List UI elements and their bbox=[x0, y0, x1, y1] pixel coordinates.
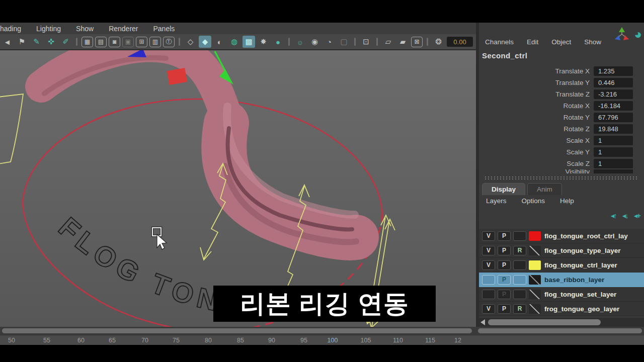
move-layer-up-icon[interactable]: ◂↑ bbox=[611, 211, 616, 220]
grid-icon[interactable]: ▦ bbox=[82, 37, 93, 47]
motion-blur-icon[interactable]: ◉ bbox=[308, 36, 321, 48]
channel-row[interactable]: Rotate X -16.184 bbox=[479, 100, 644, 112]
grease-pencil-icon[interactable]: ✎ bbox=[30, 36, 43, 48]
ambient-occlusion-icon[interactable]: ☼ bbox=[294, 36, 306, 48]
textured-icon[interactable]: ◍ bbox=[228, 36, 240, 48]
layer-color-swatch[interactable] bbox=[529, 260, 541, 270]
shadows-icon[interactable]: ● bbox=[272, 36, 284, 48]
visibility-toggle[interactable] bbox=[482, 275, 495, 285]
xray-joints-icon[interactable]: ▰ bbox=[396, 36, 409, 48]
layer-row[interactable]: V P flog_tongue_root_ctrl_lay bbox=[479, 229, 644, 243]
layer-name[interactable]: flog_tongue_ctrl_layer bbox=[544, 261, 617, 269]
tab-display[interactable]: Display bbox=[482, 183, 525, 195]
safe-action-icon[interactable]: ▥ bbox=[149, 37, 161, 47]
channel-label[interactable]: Translate X bbox=[479, 67, 594, 75]
range-slider-bar[interactable] bbox=[478, 328, 642, 333]
layer-name[interactable]: frog_tongue_geo_layer bbox=[544, 305, 619, 313]
selected-object-name[interactable]: Second_ctrl bbox=[482, 51, 527, 60]
channel-value-field[interactable]: 1.235 bbox=[594, 66, 633, 76]
wireframe-icon[interactable]: ◇ bbox=[184, 36, 197, 48]
layer-list-scrollbar[interactable] bbox=[479, 318, 644, 327]
menu-renderer[interactable]: Renderer bbox=[109, 25, 138, 33]
channel-label[interactable]: Scale Y bbox=[479, 148, 594, 156]
visibility-toggle[interactable]: V bbox=[482, 260, 495, 270]
range-slider-bar[interactable] bbox=[2, 328, 472, 333]
playback-toggle[interactable]: P bbox=[498, 260, 511, 270]
channel-row-clipped[interactable]: Visibility bbox=[479, 169, 644, 173]
layer-name[interactable]: flog_tongue_set_layer bbox=[544, 291, 616, 298]
layer-name[interactable]: base_ribbon_layer bbox=[544, 276, 604, 284]
visibility-toggle[interactable] bbox=[482, 290, 495, 299]
playback-toggle[interactable]: P bbox=[498, 246, 511, 255]
joint-snap-icon[interactable]: ✜ bbox=[45, 36, 57, 48]
layer-row-selected[interactable]: P base_ribbon_layer bbox=[479, 273, 644, 287]
camera-flap-icon[interactable]: ◄ bbox=[1, 36, 14, 48]
playback-toggle[interactable]: P bbox=[498, 231, 511, 241]
playback-toggle[interactable]: P bbox=[498, 275, 511, 285]
menu-layers[interactable]: Layers bbox=[486, 197, 507, 205]
menu-panels[interactable]: Panels bbox=[153, 25, 175, 33]
gizmo-icon[interactable] bbox=[613, 26, 631, 43]
lighting-icon[interactable]: ◐ bbox=[213, 36, 226, 48]
menu-channels[interactable]: Channels bbox=[485, 38, 514, 46]
channel-label[interactable]: Scale X bbox=[479, 137, 594, 144]
channel-value-field[interactable]: 1 bbox=[594, 136, 633, 145]
channel-value-field[interactable]: 0.446 bbox=[594, 78, 633, 87]
multisample-icon[interactable]: ◔ bbox=[323, 36, 336, 48]
safe-title-icon[interactable]: Ⓣ bbox=[163, 37, 175, 47]
layer-name[interactable]: flog_tongue_type_layer bbox=[544, 247, 621, 254]
channel-row[interactable]: Translate Z -3.216 bbox=[479, 88, 644, 100]
xray-icon[interactable]: ▱ bbox=[382, 36, 394, 48]
layer-color-swatch[interactable] bbox=[529, 246, 541, 255]
channel-row[interactable]: Translate Y 0.446 bbox=[479, 77, 644, 88]
exposure-icon[interactable]: ❂ bbox=[432, 36, 445, 48]
menu-lighting[interactable]: Lighting bbox=[36, 25, 61, 33]
channel-value-field[interactable]: -3.216 bbox=[594, 89, 633, 99]
channel-value-field[interactable]: 1 bbox=[594, 159, 633, 168]
display-type-toggle[interactable] bbox=[513, 275, 526, 285]
channel-label[interactable]: Rotate Z bbox=[479, 125, 594, 133]
channel-value-field[interactable]: 67.796 bbox=[594, 113, 633, 122]
menu-object[interactable]: Object bbox=[551, 38, 571, 46]
scrollbar-thumb[interactable] bbox=[488, 319, 601, 325]
smooth-shade-icon[interactable]: ◆ bbox=[199, 36, 211, 48]
radial-menu-icon[interactable]: ◕ bbox=[634, 28, 642, 41]
channel-label[interactable]: Translate Y bbox=[479, 79, 594, 86]
scroll-left-icon[interactable] bbox=[480, 319, 485, 325]
create-layer-icon[interactable]: ◂+ bbox=[634, 211, 640, 220]
menu-shading[interactable]: hading bbox=[0, 25, 21, 33]
resolution-gate-icon[interactable]: ◙ bbox=[109, 37, 120, 47]
visibility-toggle[interactable]: V bbox=[482, 304, 495, 314]
move-layer-down-icon[interactable]: ◂↓ bbox=[622, 211, 628, 220]
menu-edit[interactable]: Edit bbox=[527, 38, 538, 46]
film-gate-icon[interactable]: ▤ bbox=[95, 37, 107, 47]
depth-of-field-icon[interactable]: ▢ bbox=[338, 36, 350, 48]
channel-label[interactable]: Rotate X bbox=[479, 102, 594, 110]
menu-show[interactable]: Show bbox=[76, 25, 94, 33]
panel-resize-handle[interactable] bbox=[484, 176, 639, 180]
menu-show[interactable]: Show bbox=[584, 38, 601, 46]
channel-row[interactable]: Translate X 1.235 bbox=[479, 65, 644, 77]
default-lights-icon[interactable]: ✸ bbox=[257, 36, 270, 48]
layer-row[interactable]: V P flog_tongue_ctrl_layer bbox=[479, 258, 644, 273]
menu-help[interactable]: Help bbox=[560, 197, 574, 205]
field-chart-icon[interactable]: ⊞ bbox=[136, 37, 147, 47]
channel-row[interactable]: Scale Z 1 bbox=[479, 158, 644, 169]
playback-toggle[interactable]: P bbox=[498, 304, 511, 314]
channel-label[interactable]: Translate Z bbox=[479, 90, 594, 98]
isolate-select-icon[interactable]: ⊡ bbox=[360, 36, 372, 48]
channel-row[interactable]: Rotate Z 19.848 bbox=[479, 123, 644, 135]
layer-name[interactable]: flog_tongue_root_ctrl_lay bbox=[544, 232, 628, 240]
layer-color-swatch[interactable] bbox=[529, 275, 541, 285]
channel-value-field[interactable]: -16.184 bbox=[594, 101, 633, 111]
channel-row[interactable]: Rotate Y 67.796 bbox=[479, 112, 644, 123]
channel-label[interactable]: Scale Z bbox=[479, 160, 594, 167]
channel-row[interactable]: Scale X 1 bbox=[479, 135, 644, 146]
display-type-toggle[interactable]: R bbox=[513, 304, 526, 314]
channel-label[interactable]: Rotate Y bbox=[479, 114, 594, 121]
wireframe-on-shaded-icon[interactable]: ▩ bbox=[243, 36, 255, 48]
time-slider[interactable]: 50 55 60 65 70 75 80 85 90 95 100 105 11… bbox=[0, 335, 644, 345]
display-type-toggle[interactable] bbox=[513, 260, 526, 270]
layer-row[interactable]: P flog_tongue_set_layer bbox=[479, 287, 644, 302]
tab-anim[interactable]: Anim bbox=[527, 183, 562, 195]
